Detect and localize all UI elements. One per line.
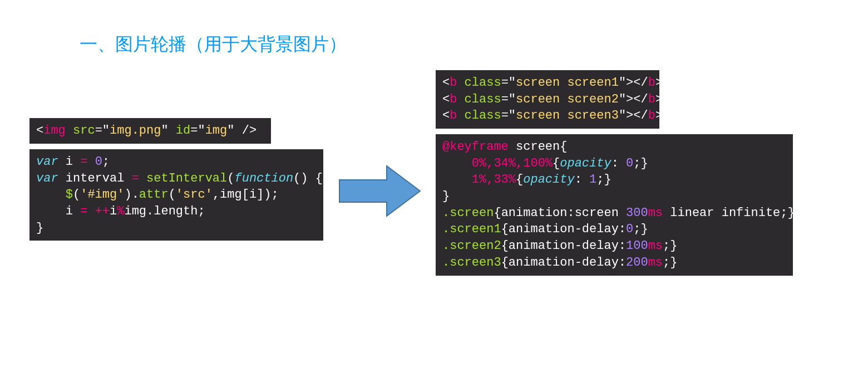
punct: ; xyxy=(102,155,110,169)
quote: " xyxy=(619,92,626,106)
keyword: function xyxy=(234,172,293,185)
quote: ' xyxy=(80,188,87,202)
code-block-css: @keyframe screen{ 0%,34%,100%{opacity: 0… xyxy=(436,134,793,276)
punct: } xyxy=(640,222,648,236)
quote: " xyxy=(509,92,516,106)
selector: .screen2 xyxy=(442,239,501,253)
punct: { xyxy=(494,206,501,220)
quote: " xyxy=(227,124,234,138)
space xyxy=(87,204,95,218)
tag-name: b xyxy=(648,109,655,123)
code-block-html-b: <b class="screen screen1"></b> <b class=… xyxy=(436,70,659,129)
tag-name: b xyxy=(648,76,655,90)
svg-marker-0 xyxy=(339,166,420,216)
number: 0 xyxy=(626,156,633,170)
space xyxy=(73,155,80,169)
number: 100 xyxy=(626,239,648,253)
unit: ms xyxy=(648,239,663,253)
code: animation-delay: xyxy=(509,256,626,270)
quote: ' xyxy=(176,188,183,202)
unit: ms xyxy=(648,256,663,270)
attr-name: id xyxy=(176,124,190,138)
punct: ( xyxy=(73,188,80,202)
punct: < xyxy=(442,92,450,106)
attr-value: screen screen3 xyxy=(516,109,619,123)
number: 0 xyxy=(95,155,102,169)
punct: < xyxy=(36,124,43,138)
identifier: $ xyxy=(66,188,73,202)
space xyxy=(457,76,464,90)
punct: } xyxy=(788,206,795,220)
string: src xyxy=(183,188,205,202)
punct: </ xyxy=(633,76,648,90)
space xyxy=(234,124,241,138)
section-heading: 一、图片轮播（用于大背景图片） xyxy=(80,32,347,57)
punct: = xyxy=(501,92,509,106)
punct: ; xyxy=(663,239,670,253)
punct: ; xyxy=(633,156,640,170)
space xyxy=(169,124,176,138)
code: animation:screen xyxy=(501,206,626,220)
property: opacity xyxy=(560,156,611,170)
punct: { xyxy=(553,156,560,170)
operator: = xyxy=(80,155,87,169)
space xyxy=(58,155,66,169)
attr-value: screen screen1 xyxy=(516,76,619,90)
punct: } xyxy=(442,189,450,203)
property: opacity xyxy=(523,173,574,187)
punct: { xyxy=(501,256,509,270)
punct: { xyxy=(516,173,523,187)
tag-name: b xyxy=(450,92,457,106)
punct: </ xyxy=(633,109,648,123)
punct: = xyxy=(501,76,509,90)
punct: () { xyxy=(293,172,323,185)
number: 300 xyxy=(626,206,648,220)
indent xyxy=(36,188,66,202)
punct: } xyxy=(36,221,43,235)
number: 0 xyxy=(626,222,633,236)
code-block-js: var i = 0; var interval = setInterval(fu… xyxy=(29,149,323,241)
quote: " xyxy=(619,109,626,123)
function-call: attr xyxy=(139,188,169,202)
punct: = xyxy=(501,109,509,123)
indent xyxy=(36,204,66,218)
quote: " xyxy=(619,76,626,90)
punct: ; xyxy=(663,256,670,270)
punct: > xyxy=(655,109,663,123)
operator: ++ xyxy=(95,204,110,218)
keyword: var xyxy=(36,172,58,185)
code: animation-delay: xyxy=(509,239,626,253)
attr-value: img xyxy=(205,124,228,138)
attr-name: src xyxy=(73,124,95,138)
selector: .screen xyxy=(442,206,494,220)
quote: " xyxy=(509,109,516,123)
space xyxy=(457,109,464,123)
tag-name: b xyxy=(648,92,655,106)
punct: } xyxy=(640,156,648,170)
tag-name: img xyxy=(43,124,66,138)
number: 1 xyxy=(589,173,596,187)
code: screen{ xyxy=(509,140,568,154)
percent: 0%,34%,100% xyxy=(472,156,553,170)
space xyxy=(139,172,146,185)
quote: " xyxy=(509,76,516,90)
attr-name: class xyxy=(465,109,501,123)
at-rule: @keyframe xyxy=(442,140,509,154)
code: linear infinite; xyxy=(663,206,787,220)
punct: } xyxy=(670,256,677,270)
quote: ' xyxy=(117,188,124,202)
punct: > xyxy=(655,92,663,106)
percent: 1%,33% xyxy=(472,173,516,187)
punct: = xyxy=(190,124,198,138)
space xyxy=(58,172,66,185)
quote: ' xyxy=(205,188,213,202)
punct: = xyxy=(95,124,102,138)
operator: % xyxy=(117,204,124,218)
operator: = xyxy=(132,172,139,185)
punct: </ xyxy=(633,92,648,106)
punct: } xyxy=(604,173,611,187)
punct: < xyxy=(442,76,450,90)
operator: = xyxy=(80,204,87,218)
punct: { xyxy=(501,222,509,236)
punct: : xyxy=(611,156,626,170)
